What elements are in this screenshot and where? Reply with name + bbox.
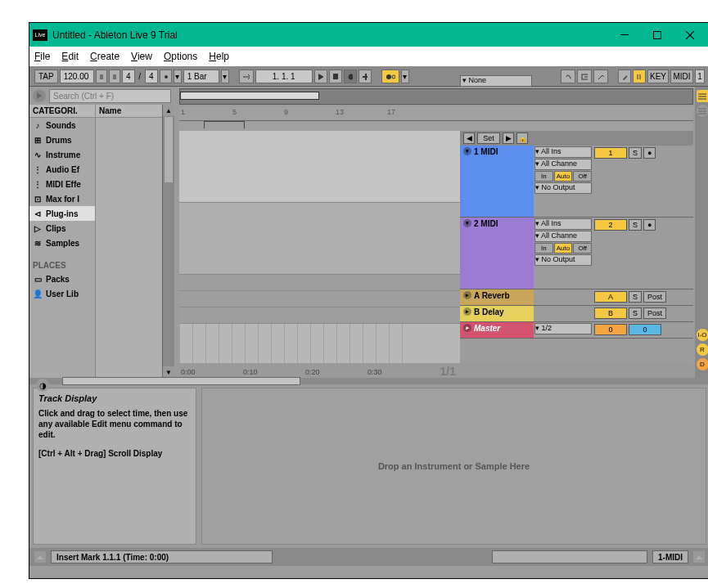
track-2-midi[interactable]: ▾2 MIDI ▾ All Ins ▾ All Channe InAutoOff…	[460, 218, 693, 290]
tempo-nudge-up[interactable]	[109, 70, 120, 83]
cat-sounds[interactable]: ♪Sounds	[29, 118, 95, 132]
tempo-nudge-down[interactable]	[96, 70, 107, 83]
metro-dropdown[interactable]: ▾	[174, 70, 182, 83]
io-toggle[interactable]: I-O	[697, 329, 709, 341]
status-expand-left[interactable]	[34, 551, 46, 563]
master-vol-b[interactable]: 0	[629, 324, 661, 335]
cat-instruments[interactable]: ∿Instrume	[29, 147, 95, 162]
quantize-field[interactable]: 1 Bar	[183, 70, 219, 83]
metronome-button[interactable]	[160, 70, 172, 83]
fold-icon[interactable]: ▸	[463, 324, 471, 332]
set-locator-button[interactable]: Set	[477, 132, 500, 144]
minimize-button[interactable]	[608, 24, 641, 47]
monitor-off[interactable]: Off	[573, 171, 592, 182]
tap-button[interactable]: TAP	[34, 70, 58, 83]
scroll-thumb[interactable]	[165, 117, 173, 182]
horizontal-divider[interactable]: ◑	[29, 378, 708, 384]
midi-input-select-2[interactable]: ▾ All Ins	[534, 218, 592, 230]
track-activator-a[interactable]: A	[594, 291, 627, 303]
monitor-off-2[interactable]: Off	[573, 243, 592, 254]
quantize-dropdown[interactable]: ▾	[221, 70, 229, 83]
menu-create[interactable]: Create	[90, 51, 120, 62]
arm-button-1[interactable]: ●	[643, 147, 656, 159]
fold-icon[interactable]: ▾	[463, 219, 471, 227]
track-activator-2[interactable]: 2	[594, 219, 627, 231]
re-enable-dropdown[interactable]: ▾	[401, 70, 409, 83]
cat-audio-effects[interactable]: ⋮Audio Ef	[29, 162, 95, 177]
post-a[interactable]: Post	[643, 291, 666, 303]
loop-brace[interactable]	[179, 121, 693, 131]
monitor-auto[interactable]: Auto	[554, 171, 573, 182]
beat-ruler[interactable]: 1 5 9 13 17	[179, 106, 693, 121]
monitor-in-2[interactable]: In	[534, 243, 553, 254]
cat-samples[interactable]: ≋Samples	[29, 236, 95, 250]
midi-output-select-2[interactable]: ▾ No Output	[534, 254, 592, 266]
menu-view[interactable]: View	[131, 51, 152, 62]
fold-icon[interactable]: ▸	[463, 307, 471, 316]
punch-out-button[interactable]	[593, 70, 608, 83]
maximize-button[interactable]	[641, 24, 674, 47]
loop-button[interactable]	[561, 70, 575, 83]
midi-input-select[interactable]: ▾ All Ins	[534, 146, 592, 158]
cat-drums[interactable]: ⊞Drums	[29, 132, 95, 147]
scroll-down-icon[interactable]: ▼	[163, 366, 174, 378]
cat-midi-effects[interactable]: ⋮MIDI Effe	[29, 177, 95, 191]
computer-midi-button[interactable]	[633, 70, 646, 83]
solo-a[interactable]: S	[629, 291, 642, 303]
sig-num[interactable]: 4	[122, 70, 135, 83]
solo-b[interactable]: S	[629, 307, 642, 319]
record-button[interactable]	[344, 70, 357, 83]
session-view-toggle[interactable]	[697, 90, 709, 102]
menu-file[interactable]: File	[34, 51, 50, 62]
fold-icon[interactable]: ▸	[463, 291, 471, 299]
clip-area[interactable]	[179, 131, 460, 363]
arrangement-view-toggle[interactable]	[697, 105, 709, 117]
overdub-button[interactable]	[359, 70, 372, 83]
tempo-field[interactable]: 120.00	[60, 70, 94, 83]
session-rec-button[interactable]	[381, 70, 399, 83]
follow-button[interactable]	[239, 70, 254, 83]
status-expand-right[interactable]	[693, 551, 705, 563]
cat-max-for-live[interactable]: ⊡Max for I	[29, 191, 95, 206]
monitor-auto-2[interactable]: Auto	[554, 243, 573, 254]
stop-button[interactable]	[329, 70, 342, 83]
midi-channel-select-2[interactable]: ▾ All Channe	[534, 231, 592, 242]
track-activator-1[interactable]: 1	[594, 147, 627, 159]
solo-button-1[interactable]: S	[629, 147, 642, 159]
key-button[interactable]: KEY	[647, 70, 669, 83]
place-user-lib[interactable]: 👤User Lib	[29, 286, 95, 301]
browser-scrollbar[interactable]: ▲ ▼	[162, 105, 174, 378]
midi-output-select[interactable]: ▾ No Output	[534, 182, 592, 194]
master-vol-a[interactable]: 0	[594, 324, 627, 335]
return-toggle[interactable]: R	[697, 343, 709, 356]
track-activator-b[interactable]: B	[594, 307, 627, 319]
monitor-in[interactable]: In	[534, 171, 553, 182]
position-field[interactable]: 1. 1. 1	[255, 70, 313, 83]
search-input[interactable]	[49, 89, 171, 103]
delay-toggle[interactable]: D	[697, 358, 709, 370]
locator-prev-button[interactable]: ◀	[463, 132, 475, 144]
solo-button-2[interactable]: S	[629, 219, 642, 231]
lock-icon[interactable]: 🔒	[516, 132, 528, 144]
close-button[interactable]	[674, 24, 706, 47]
punch-in-button[interactable]	[577, 70, 592, 83]
sig-den[interactable]: 4	[145, 70, 158, 83]
menu-edit[interactable]: Edit	[61, 51, 79, 62]
draw-mode-button[interactable]	[618, 70, 631, 83]
track-master[interactable]: ▸Master ▾ 1/2 0 0	[460, 322, 693, 339]
fold-icon[interactable]: ▾	[463, 147, 471, 155]
track-delay[interactable]: ▸B Delay B S Post	[460, 306, 693, 322]
scroll-up-icon[interactable]: ▲	[163, 105, 174, 116]
locator-next-button[interactable]: ▶	[503, 132, 514, 144]
arm-button-2[interactable]: ●	[643, 219, 656, 231]
midi-button[interactable]: MIDI	[670, 70, 693, 83]
device-drop-area[interactable]: Drop an Instrument or Sample Here	[201, 388, 706, 545]
cat-clips[interactable]: ▷Clips	[29, 221, 95, 236]
post-b[interactable]: Post	[643, 307, 666, 319]
midi-channel-select[interactable]: ▾ All Channe	[534, 159, 592, 170]
device-select-1[interactable]: ▾ None	[460, 75, 532, 87]
master-out-select[interactable]: ▾ 1/2	[534, 323, 592, 334]
menu-help[interactable]: Help	[209, 51, 229, 62]
place-packs[interactable]: ▭Packs	[29, 272, 95, 286]
divider-grip-icon[interactable]: ◑	[36, 379, 49, 392]
